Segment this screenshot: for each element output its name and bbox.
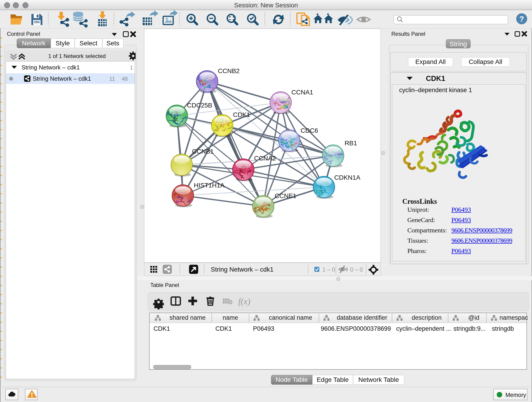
svg-text:CDC25B: CDC25B xyxy=(187,102,212,109)
svg-text:CDK1: CDK1 xyxy=(233,111,250,118)
svg-text:CCNB2: CCNB2 xyxy=(218,67,240,75)
svg-text:CCNB1: CCNB1 xyxy=(192,148,214,155)
svg-text:CCNA2: CCNA2 xyxy=(254,155,276,162)
svg-text:RB1: RB1 xyxy=(345,140,357,147)
svg-text:CCNE1: CCNE1 xyxy=(275,192,297,199)
svg-text:HIST1H1A: HIST1H1A xyxy=(194,182,225,189)
svg-text:CDKN1A: CDKN1A xyxy=(334,174,360,181)
svg-text:CDC6: CDC6 xyxy=(301,127,318,134)
svg-text:f(x): f(x) xyxy=(238,297,250,306)
svg-text:CCNA1: CCNA1 xyxy=(291,89,313,96)
